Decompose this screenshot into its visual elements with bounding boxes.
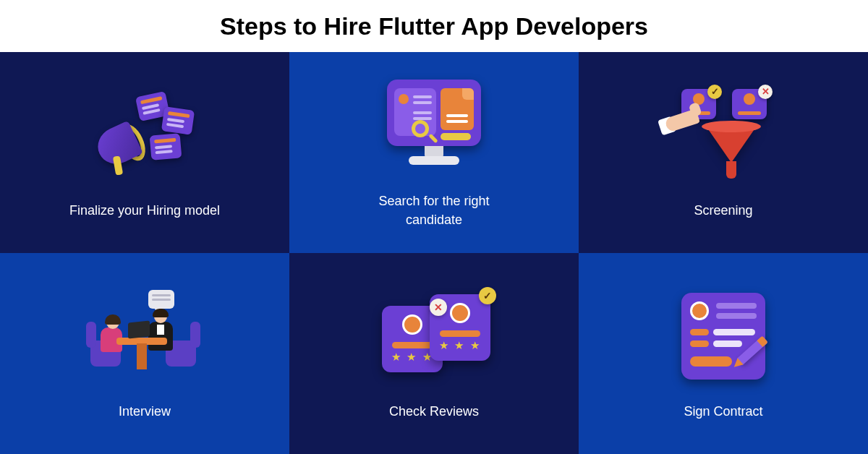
monitor-search-icon [376,76,492,177]
funnel-selection-icon: ✓✕ [665,85,781,187]
step-card-search-candidate: Search for the right candidate [289,52,579,253]
page-title: Steps to Hire Flutter App Developers [220,12,648,40]
megaphone-cards-icon [87,85,203,187]
step-card-interview: Interview [0,253,289,454]
step-label: Check Reviews [389,402,479,421]
step-label: Interview [119,402,171,421]
steps-grid: Finalize your Hiring model Search for th… [0,52,868,454]
step-card-check-reviews: ★ ★ ★ ★ ★ ★ ✕✓ Check Reviews [289,253,579,454]
interview-meeting-icon [87,286,203,387]
step-label: Search for the right candidate [354,192,514,229]
step-card-finalize-hiring-model: Finalize your Hiring model [0,52,289,253]
review-stars-icon: ★ ★ ★ ★ ★ ★ ✕✓ [376,286,492,387]
contract-pen-icon [665,286,781,387]
step-card-screening: ✓✕ Screening [579,52,868,253]
step-label: Sign Contract [684,402,762,421]
step-label: Finalize your Hiring model [69,201,220,220]
step-label: Screening [694,201,752,220]
step-card-sign-contract: Sign Contract [579,253,868,454]
header: Steps to Hire Flutter App Developers [0,0,868,52]
